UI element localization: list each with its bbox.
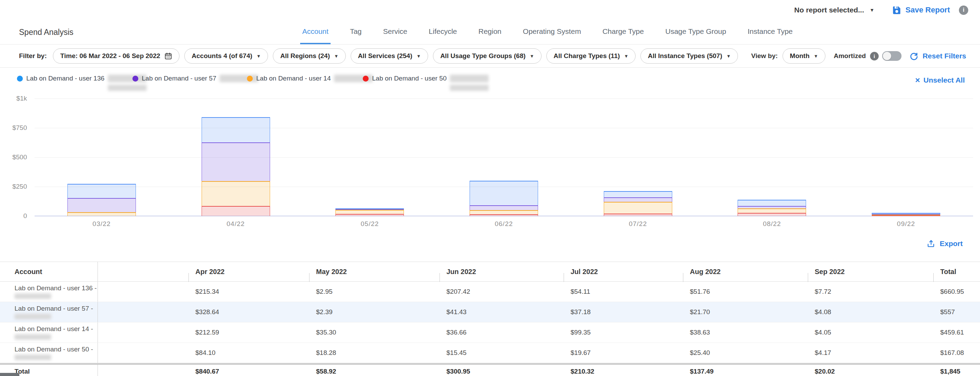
x-axis-tick: 08/22 (705, 220, 839, 228)
legend-line: Lab on Demand - user 57 (132, 75, 258, 82)
column-header-may-2022: May 2022 (309, 268, 439, 276)
legend-item-4[interactable]: Lab on Demand - user 50 (363, 75, 488, 91)
export-button[interactable]: Export (926, 239, 963, 248)
filter-pill-label: All Regions (24) (280, 52, 330, 60)
stacked-bar-07/22[interactable] (604, 191, 672, 216)
view-by-value: Month (790, 52, 810, 60)
close-icon: × (915, 76, 920, 84)
legend-item-3[interactable]: Lab on Demand - user 14 (247, 75, 373, 82)
total-value-cell: $300.95 (439, 368, 564, 375)
x-axis-tick: 06/22 (437, 220, 571, 228)
total-label: Total (14, 368, 97, 375)
bar-slot-09/22 (839, 213, 973, 216)
bar-slot-06/22 (437, 181, 571, 216)
bar-segment (469, 205, 538, 210)
redacted-text (14, 334, 51, 340)
time-filter-pill[interactable]: Time: 06 Mar 2022 - 06 Sep 2022 (53, 48, 180, 63)
reset-filters-button[interactable]: Reset Filters (909, 51, 966, 61)
tab-service[interactable]: Service (381, 20, 409, 44)
stacked-bar-03/22[interactable] (67, 184, 136, 216)
report-selector-dropdown[interactable]: No report selected... ▼ (794, 6, 875, 14)
value-cell: $38.63 (683, 328, 808, 336)
legend-line: Lab on Demand - user 50 (363, 75, 488, 82)
amortized-info-icon[interactable]: i (870, 52, 879, 60)
account-cell: Lab on Demand - user 50 - (0, 343, 98, 363)
value-cell: $4.17 (808, 349, 933, 357)
bar-segment (469, 181, 538, 205)
bar-segment (202, 206, 270, 216)
tab-tag[interactable]: Tag (348, 20, 364, 44)
chevron-down-icon: ▼ (334, 54, 339, 59)
tab-charge-type[interactable]: Charge Type (600, 20, 646, 44)
stacked-bar-04/22[interactable] (202, 117, 270, 216)
bar-segment (604, 191, 672, 197)
stacked-bar-08/22[interactable] (738, 200, 806, 216)
save-report-button[interactable]: Save Report (892, 5, 950, 15)
x-axis-tick: 09/22 (839, 220, 973, 228)
stacked-bar-05/22[interactable] (336, 208, 404, 216)
filter-pill-accounts-4-of-674-[interactable]: Accounts 4 (of 674)▼ (184, 48, 268, 63)
x-axis-tick: 07/22 (571, 220, 705, 228)
total-value-cell: $210.32 (564, 368, 683, 375)
x-axis-tick: 05/22 (302, 220, 437, 228)
bar-segment (202, 181, 270, 206)
filter-pill-all-charge-types-11-[interactable]: All Charge Types (11)▼ (546, 48, 636, 63)
value-cell: $51.76 (683, 288, 808, 295)
filter-pill-all-instance-types-507-[interactable]: All Instance Types (507)▼ (640, 48, 738, 63)
spend-bar-chart: $1k$750$500$250003/2204/2205/2206/2207/2… (0, 98, 980, 230)
legend-item-1[interactable]: Lab on Demand - user 136 (17, 75, 146, 91)
filter-pill-all-regions-24-[interactable]: All Regions (24)▼ (273, 48, 345, 63)
table-total-row: Total$840.67$58.92$300.95$210.32$137.49$… (0, 363, 980, 376)
table-row: Lab on Demand - user 136 -$215.34$2.95$2… (0, 282, 980, 302)
x-axis-tick: 04/22 (169, 220, 303, 228)
bar-segment (336, 214, 404, 216)
filter-pill-all-services-254-[interactable]: All Services (254)▼ (351, 48, 428, 63)
bottom-left-fragment (0, 373, 19, 376)
time-filter-value: Time: 06 Mar 2022 - 06 Sep 2022 (60, 52, 160, 60)
row-total-cell: $660.95 (933, 288, 980, 295)
redacted-text (108, 85, 146, 91)
refresh-icon (909, 51, 918, 61)
column-header-aug-2022: Aug 2022 (683, 268, 808, 276)
value-cell: $41.43 (439, 308, 564, 316)
legend-line: Lab on Demand - user 136 (17, 75, 146, 82)
unselect-all-button[interactable]: × Unselect All (915, 76, 965, 84)
legend-item-2[interactable]: Lab on Demand - user 57 (132, 75, 258, 82)
bar-segment (872, 215, 940, 216)
bar-segment (469, 210, 538, 214)
stacked-bar-09/22[interactable] (872, 213, 940, 216)
bar-segment (604, 197, 672, 202)
chart-legend: × Unselect All Lab on Demand - user 136L… (0, 72, 980, 94)
redacted-text (14, 314, 51, 319)
stacked-bar-06/22[interactable] (469, 181, 538, 216)
amortized-toggle[interactable] (882, 51, 902, 61)
bar-segment (604, 214, 672, 216)
column-header-apr-2022: Apr 2022 (188, 268, 309, 276)
tab-operating-system[interactable]: Operating System (521, 20, 583, 44)
spend-analysis-screen: No report selected... ▼ Save Report i Sp… (0, 0, 980, 376)
account-cell: Lab on Demand - user 57 - (0, 302, 98, 322)
tab-instance-type[interactable]: Instance Type (746, 20, 795, 44)
value-cell: $2.39 (309, 308, 439, 316)
column-header-account: Account (0, 262, 98, 281)
tab-account[interactable]: Account (300, 20, 331, 44)
info-icon[interactable]: i (959, 6, 968, 15)
view-by-dropdown[interactable]: Month ▼ (783, 48, 826, 63)
column-header-jun-2022: Jun 2022 (439, 268, 564, 276)
row-total-cell: $557 (933, 308, 980, 316)
tab-lifecycle[interactable]: Lifecycle (427, 20, 459, 44)
filter-pill-all-usage-type-groups-68-[interactable]: All Usage Type Groups (68)▼ (433, 48, 541, 63)
chevron-down-icon: ▼ (870, 8, 875, 13)
gridline (35, 98, 973, 99)
value-cell: $212.59 (188, 328, 309, 336)
y-axis-tick: 0 (0, 212, 27, 220)
bar-slot-04/22 (169, 117, 303, 216)
bar-slot-03/22 (35, 184, 169, 216)
chevron-down-icon: ▼ (624, 54, 628, 59)
value-cell: $99.35 (564, 328, 683, 336)
table-row: Lab on Demand - user 50 -$84.10$18.28$15… (0, 343, 980, 363)
bar-segment (67, 212, 136, 216)
tab-usage-type-group[interactable]: Usage Type Group (663, 20, 728, 44)
legend-dot-icon (363, 76, 369, 82)
tab-region[interactable]: Region (476, 20, 503, 44)
